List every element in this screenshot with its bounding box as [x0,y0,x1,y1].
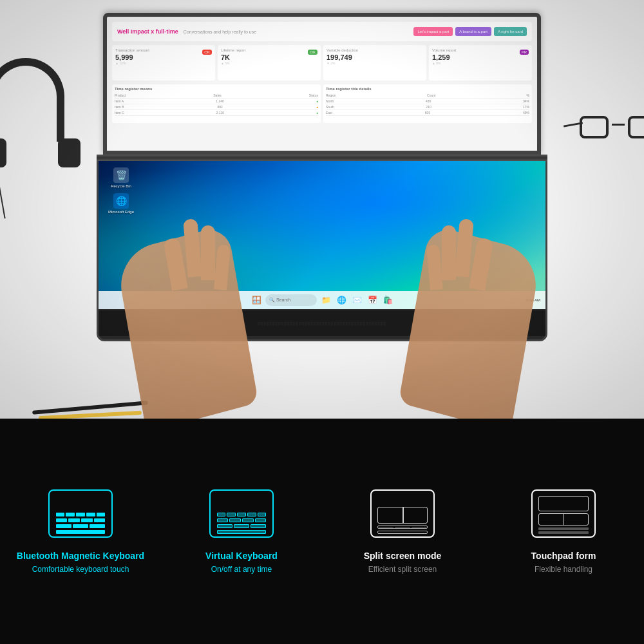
virtual-keyboard-subtitle: On/off at any time [211,565,272,574]
laptop-top-screen: Well Impact x full-time Conversations an… [103,13,541,155]
product-photo: Well Impact x full-time Conversations an… [0,0,644,419]
taskbar-search: 🔍 Search [265,294,317,306]
feature-virtual-keyboard: Virtual Keyboard On/off at any time [161,477,322,587]
taskbar-store: 🛍️ [381,294,394,307]
desktop-icon-edge: 🌐 Microsoft Edge [105,193,137,214]
dash-card-2: Variable deduction 199,749 ▼ 2% [323,45,426,80]
laptop-bottom: 🗑️ Recycle Bin 🌐 Microsoft Edge 🪟 🔍 Sear… [97,161,547,341]
touchpad-subtitle: Flexible handling [535,565,592,574]
feature-split-screen: Split screen mode Efficient split screen [322,477,483,587]
bluetooth-keyboard-subtitle: Comfortable keyboard touch [32,565,129,574]
features-section: Bluetooth Magnetic Keyboard Comfortable … [0,419,644,644]
bluetooth-keyboard-icon-box [48,489,113,538]
dash-card-3: Volume report PR 1,259 ▲ 8% [429,45,532,80]
feature-bluetooth-keyboard: Bluetooth Magnetic Keyboard Comfortable … [0,477,161,587]
taskbar-edge: 🌐 [335,294,348,307]
laptop-hinge [97,155,547,161]
laptop: Well Impact x full-time Conversations an… [97,13,547,341]
taskbar-calendar: 📅 [366,294,379,307]
dash-btn-2: A brand is a part [455,27,491,36]
split-screen-subtitle: Efficient split screen [368,565,437,574]
taskbar-start: 🪟 [250,294,263,307]
dash-btn-1: Let's impact a part [413,27,453,36]
physical-keyboard-area: ░░░░░░░░░░░░░░░░░░░░░░░░░░░░░░░░░░░░░░░░… [99,310,545,336]
dashboard-title: Well Impact x full-time [117,28,178,35]
dash-table-left: Time register means ProductSalesStatus I… [112,84,321,123]
virtual-keyboard-icon-box [209,489,274,538]
win11-taskbar: 🪟 🔍 Search 📁 🌐 ✉️ 📅 🛍️ 6:56 AM [99,291,545,309]
headphones-prop [0,52,84,180]
dashboard-subtitle: Conversations and help really to use [184,30,256,34]
touchpad-title: Touchpad form [531,551,596,561]
bluetooth-keyboard-title: Bluetooth Magnetic Keyboard [17,551,144,561]
split-screen-title: Split screen mode [364,551,442,561]
win11-desktop: 🗑️ Recycle Bin 🌐 Microsoft Edge 🪟 🔍 Sear… [99,161,545,309]
desktop-icon-recyclebin: 🗑️ Recycle Bin [105,167,137,188]
taskbar-mail: ✉️ [350,294,363,307]
dash-card-0: Transaction amount OK 5,999 ▲ 12% [112,45,215,80]
desktop-icons: 🗑️ Recycle Bin 🌐 Microsoft Edge [105,167,137,219]
dash-btn-3: A right for card [494,27,527,36]
split-screen-icon-box [370,489,435,538]
win11-wallpaper [99,161,545,309]
touchpad-icon-box [531,489,596,538]
glasses-prop [580,116,644,155]
taskbar-clock: 6:56 AM [526,298,540,302]
virtual-keyboard-title: Virtual Keyboard [205,551,278,561]
dash-card-1: Lifetime report OK 7K ▲ 5% [218,45,321,80]
feature-touchpad: Touchpad form Flexible handling [483,477,644,587]
dash-table-right: Time register title details RegionCount%… [323,84,532,123]
taskbar-fileexplorer: 📁 [319,294,332,307]
